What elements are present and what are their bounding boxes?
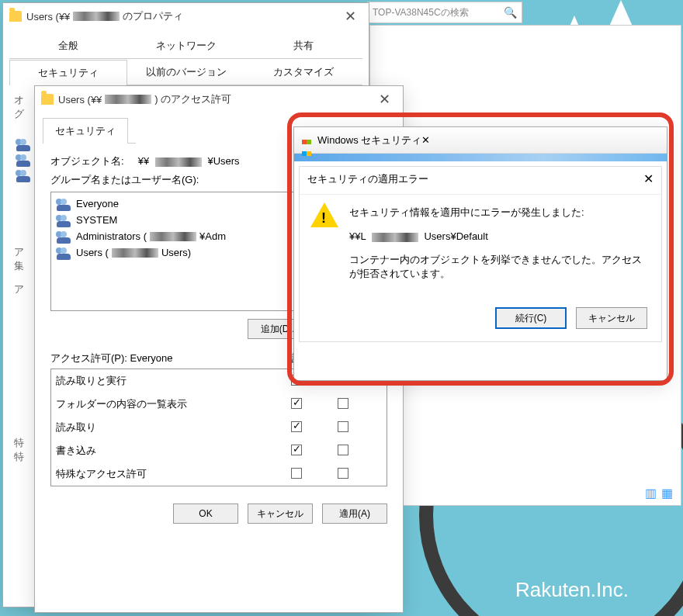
security-window-title: Windows セキュリティ xyxy=(317,133,421,147)
users-icon xyxy=(56,199,71,209)
users-icon xyxy=(56,231,71,242)
thumb-view-icon[interactable]: ▦ xyxy=(661,486,673,500)
tab-sharing[interactable]: 共有 xyxy=(244,33,362,58)
header-gradient xyxy=(294,154,667,161)
folder-icon xyxy=(9,11,22,22)
cancel-button[interactable]: キャンセル xyxy=(248,504,313,524)
blur-mask xyxy=(73,12,120,21)
cancel-button[interactable]: キャンセル xyxy=(576,307,647,329)
properties-tabs-row2: セキュリティ 以前のバージョン カスタマイズ xyxy=(9,59,362,85)
users-icon xyxy=(56,247,71,258)
apply-button[interactable]: 適用(A) xyxy=(322,504,387,524)
search-placeholder: TOP-VA38N45Cの検索 xyxy=(373,6,469,19)
warning-icon xyxy=(310,202,338,230)
deny-checkbox[interactable] xyxy=(338,468,348,479)
security-titlebar[interactable]: Windows セキュリティ ✕ xyxy=(294,127,667,154)
tab-customize[interactable]: カスタマイズ xyxy=(244,59,362,85)
deny-checkbox[interactable] xyxy=(338,421,348,432)
deny-checkbox[interactable] xyxy=(338,445,348,455)
error-title: セキュリティの適用エラー xyxy=(307,172,428,186)
permissions-tab-security[interactable]: セキュリティ xyxy=(43,118,128,144)
tab-network[interactable]: ネットワーク xyxy=(127,33,245,58)
close-icon[interactable]: ✕ xyxy=(643,171,654,186)
object-name-suffix: ¥Users xyxy=(207,155,239,167)
close-icon[interactable]: ✕ xyxy=(338,8,362,25)
tab-general[interactable]: 全般 xyxy=(9,33,127,58)
ok-button[interactable]: OK xyxy=(173,504,238,524)
object-name-label: オブジェクト名: xyxy=(50,155,124,167)
properties-titlebar[interactable]: Users (¥¥ のプロパティ ✕ xyxy=(3,3,369,29)
allow-checkbox[interactable] xyxy=(291,445,302,455)
object-name-prefix: ¥¥ xyxy=(138,155,149,167)
permissions-title-prefix: Users (¥¥ xyxy=(58,94,102,106)
tab-security[interactable]: セキュリティ xyxy=(9,60,127,85)
folder-icon xyxy=(41,94,54,105)
properties-title-suffix: のプロパティ xyxy=(123,9,183,23)
error-line1: セキュリティ情報を適用中にエラーが発生しました: xyxy=(349,206,650,220)
users-icon xyxy=(56,215,71,226)
error-line2: コンテナー内のオブジェクトを列挙できませんでした。アクセスが拒否されています。 xyxy=(349,253,650,281)
permissions-table: 読み取りと実行 フォルダーの内容の一覧表示 読み取り xyxy=(50,369,387,486)
blur-mask xyxy=(105,95,151,104)
perm-row: 読み取り xyxy=(51,416,387,439)
properties-tabs-row1: 全般 ネットワーク 共有 xyxy=(9,33,362,59)
close-icon[interactable]: ✕ xyxy=(373,91,397,108)
allow-checkbox[interactable] xyxy=(291,468,302,479)
permissions-title-suffix: ) のアクセス許可 xyxy=(154,92,231,106)
details-view-icon[interactable]: ▥ xyxy=(645,486,657,500)
security-dialog: Windows セキュリティ ✕ セキュリティの適用エラー ✕ セキュリティ情報… xyxy=(293,126,667,381)
continue-button[interactable]: 続行(C) xyxy=(495,307,567,329)
windows-flag-icon xyxy=(302,135,313,146)
allow-checkbox[interactable] xyxy=(291,398,302,409)
allow-checkbox[interactable] xyxy=(291,421,302,432)
perm-row: フォルダーの内容の一覧表示 xyxy=(51,393,387,416)
blur-mask xyxy=(155,157,202,167)
deny-checkbox[interactable] xyxy=(338,398,348,409)
blur-mask xyxy=(372,233,418,242)
tab-previous-versions[interactable]: 以前のバージョン xyxy=(127,59,245,85)
perm-row: 書き込み xyxy=(51,439,387,462)
properties-title-prefix: Users (¥¥ xyxy=(26,11,70,22)
permissions-titlebar[interactable]: Users (¥¥ ) のアクセス許可 ✕ xyxy=(35,86,403,112)
brand-text: Rakuten.Inc. xyxy=(515,578,629,602)
permissions-header: アクセス許可(P): Everyone xyxy=(50,351,279,365)
desktop-search[interactable]: TOP-VA38N45Cの検索 🔍 xyxy=(367,2,522,23)
perm-row: 特殊なアクセス許可 xyxy=(51,462,387,486)
error-path-suffix: Users¥Default xyxy=(424,230,487,242)
close-icon[interactable]: ✕ xyxy=(421,134,430,146)
search-icon: 🔍 xyxy=(504,6,517,19)
error-path-prefix: ¥¥L xyxy=(349,230,366,242)
